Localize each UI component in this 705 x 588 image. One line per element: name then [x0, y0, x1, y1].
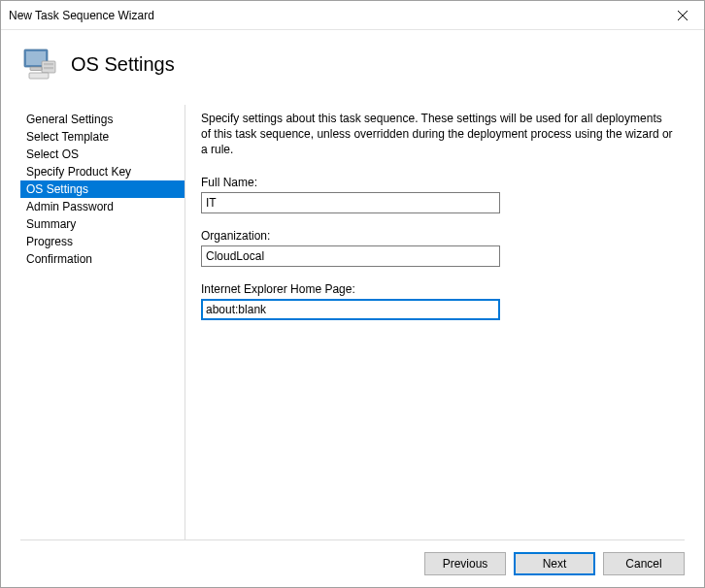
previous-button[interactable]: Previous	[424, 552, 506, 575]
next-button[interactable]: Next	[514, 552, 595, 575]
ie-home-label: Internet Explorer Home Page:	[201, 282, 675, 296]
sidebar-item-confirmation[interactable]: Confirmation	[20, 250, 185, 268]
wizard-header: OS Settings	[1, 30, 704, 105]
sidebar-item-label: Specify Product Key	[26, 165, 131, 179]
sidebar-item-label: Select OS	[26, 147, 79, 161]
sidebar-item-general-settings[interactable]: General Settings	[20, 111, 185, 128]
sidebar-item-label: OS Settings	[26, 182, 88, 196]
computer-icon	[20, 44, 59, 85]
svg-rect-6	[44, 67, 53, 69]
sidebar-item-label: Confirmation	[26, 252, 92, 266]
sidebar-item-select-os[interactable]: Select OS	[20, 146, 185, 163]
full-name-field-group: Full Name:	[201, 176, 675, 213]
sidebar-item-label: Summary	[26, 217, 76, 231]
wizard-footer: Previous Next Cancel	[20, 539, 685, 587]
sidebar-item-label: Admin Password	[26, 200, 114, 213]
sidebar-item-label: Progress	[26, 235, 73, 248]
sidebar-item-os-settings[interactable]: OS Settings	[20, 180, 185, 198]
ie-home-field-group: Internet Explorer Home Page:	[201, 282, 675, 320]
wizard-steps-sidebar: General Settings Select Template Select …	[20, 105, 185, 539]
organization-input[interactable]	[201, 245, 500, 267]
close-button[interactable]	[661, 1, 704, 30]
organization-field-group: Organization:	[201, 229, 675, 267]
organization-label: Organization:	[201, 229, 675, 243]
cancel-button[interactable]: Cancel	[603, 552, 685, 575]
wizard-window: New Task Sequence Wizard OS Settings Gen…	[0, 0, 705, 588]
ie-home-input[interactable]	[201, 299, 500, 320]
full-name-input[interactable]	[201, 192, 500, 213]
titlebar: New Task Sequence Wizard	[1, 1, 704, 30]
sidebar-item-label: Select Template	[26, 130, 109, 144]
instruction-text: Specify settings about this task sequenc…	[201, 111, 675, 158]
sidebar-item-admin-password[interactable]: Admin Password	[20, 198, 185, 215]
page-title: OS Settings	[71, 53, 175, 76]
sidebar-item-specify-product-key[interactable]: Specify Product Key	[20, 163, 185, 180]
svg-rect-7	[30, 67, 42, 71]
wizard-content: Specify settings about this task sequenc…	[185, 105, 685, 539]
close-icon	[678, 11, 688, 20]
sidebar-item-summary[interactable]: Summary	[20, 215, 185, 233]
sidebar-item-label: General Settings	[26, 113, 113, 126]
full-name-label: Full Name:	[201, 176, 675, 189]
sidebar-item-progress[interactable]: Progress	[20, 233, 185, 250]
window-title: New Task Sequence Wizard	[9, 9, 154, 22]
sidebar-item-select-template[interactable]: Select Template	[20, 128, 185, 146]
wizard-body: General Settings Select Template Select …	[1, 105, 704, 539]
svg-rect-8	[29, 73, 49, 79]
svg-rect-5	[44, 63, 53, 65]
